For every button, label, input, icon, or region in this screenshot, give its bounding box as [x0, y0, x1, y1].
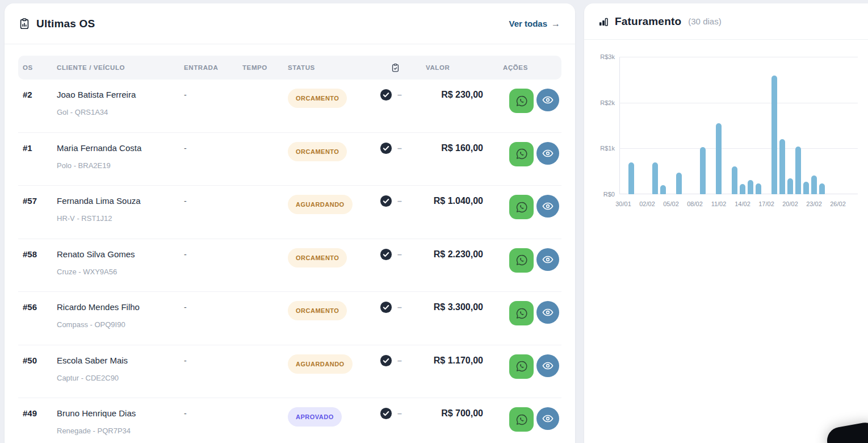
actions-cell [501, 301, 561, 325]
revenue-header: Faturamento (30 dias) [584, 3, 868, 40]
client-name: Escola Saber Mais [57, 354, 184, 367]
chart-bar[interactable] [732, 166, 737, 194]
view-button[interactable] [536, 354, 559, 377]
clipboard-check-icon [391, 62, 400, 73]
status-badge: ORCAMENTO [288, 89, 347, 108]
chart-bar[interactable] [771, 76, 777, 194]
col-acoes: AÇÕES [501, 64, 561, 71]
status-badge: ORCAMENTO [288, 248, 347, 268]
whatsapp-button[interactable] [509, 301, 534, 325]
client-name: Ricardo Mendes Filho [57, 301, 184, 314]
order-number: #57 [18, 195, 57, 207]
x-axis-tick: 17/02 [753, 200, 780, 208]
entrada-value: - [184, 89, 242, 101]
chart-bar[interactable] [756, 183, 761, 194]
order-number: #50 [18, 354, 57, 367]
view-all-link[interactable]: Ver todas → [509, 19, 560, 29]
chart-gridline [619, 148, 858, 149]
order-number: #2 [18, 89, 57, 101]
chart-bar[interactable] [748, 180, 753, 194]
chart-bar[interactable] [628, 162, 634, 194]
col-valor: VALOR [416, 64, 501, 71]
checklist-cell: – [375, 248, 416, 261]
x-axis-tick: 08/02 [681, 200, 708, 208]
vehicle-plate: HR-V - RST1J12 [57, 212, 184, 225]
col-status: STATUS [288, 64, 375, 71]
order-row: #50 Escola Saber Mais Captur - CDE2C90 -… [18, 345, 561, 399]
chart-bar[interactable] [652, 162, 658, 194]
chart-gridline [619, 57, 858, 57]
whatsapp-button[interactable] [509, 142, 534, 166]
y-axis-tick: R$1k [593, 144, 615, 152]
view-button[interactable] [536, 195, 559, 218]
check-circle-icon [380, 354, 392, 367]
status-badge: AGUARDANDO [288, 354, 353, 374]
client-vehicle-cell: Ricardo Mendes Filho Compass - OPQ9I90 [57, 301, 184, 331]
x-axis-tick: 20/02 [777, 200, 804, 208]
chart-bar[interactable] [700, 147, 706, 194]
actions-cell [501, 354, 561, 379]
y-axis-tick: R$2k [593, 99, 615, 107]
x-axis-tick: 02/02 [634, 200, 661, 208]
entrada-value: - [184, 354, 242, 367]
chart-bar[interactable] [803, 182, 809, 194]
client-vehicle-cell: Escola Saber Mais Captur - CDE2C90 [57, 354, 184, 385]
chart-bar[interactable] [716, 123, 722, 194]
order-row: #2 Joao Batista Ferreira Gol - QRS1A34 -… [18, 80, 561, 133]
order-value: R$ 1.040,00 [416, 195, 501, 207]
check-dash: – [397, 301, 402, 314]
status-badge: ORCAMENTO [288, 301, 347, 320]
chart-bar[interactable] [811, 175, 817, 194]
check-circle-icon [380, 301, 392, 314]
y-axis-tick: R$0 [593, 190, 615, 198]
whatsapp-button[interactable] [509, 89, 534, 113]
orders-title: Ultimas OS [36, 18, 95, 30]
view-button[interactable] [536, 301, 559, 324]
actions-cell [501, 195, 561, 219]
entrada-value: - [184, 301, 242, 314]
view-button[interactable] [536, 142, 559, 165]
client-vehicle-cell: Fernanda Lima Souza HR-V - RST1J12 [57, 195, 184, 225]
chart-bar[interactable] [740, 184, 745, 194]
status-cell: APROVADO [288, 407, 375, 427]
revenue-subtitle: (30 dias) [688, 16, 721, 26]
x-axis-tick: 05/02 [657, 200, 685, 208]
orders-table-header: OS CLIENTE / VEÍCULO ENTRADA TEMPO STATU… [18, 56, 561, 80]
col-entrada: ENTRADA [184, 64, 242, 71]
x-axis-tick: 14/02 [729, 200, 756, 208]
whatsapp-button[interactable] [509, 407, 534, 432]
check-dash: – [397, 407, 402, 420]
entrada-value: - [184, 142, 242, 154]
order-row: #57 Fernanda Lima Souza HR-V - RST1J12 -… [18, 186, 561, 239]
checklist-cell: – [375, 89, 416, 101]
view-button[interactable] [536, 407, 559, 430]
view-button[interactable] [536, 89, 559, 111]
whatsapp-button[interactable] [509, 248, 534, 273]
order-row: #1 Maria Fernanda Costa Polo - BRA2E19 -… [18, 133, 561, 186]
vehicle-plate: Compass - OPQ9I90 [57, 319, 184, 331]
checklist-cell: – [375, 195, 416, 207]
check-circle-icon [380, 248, 392, 261]
x-axis-tick: 11/02 [705, 200, 732, 208]
status-cell: ORCAMENTO [288, 142, 375, 161]
order-row: #49 Bruno Henrique Dias Renegade - PQR7P… [18, 398, 561, 443]
chart-bar[interactable] [779, 139, 785, 194]
view-button[interactable] [536, 248, 559, 271]
actions-cell [501, 248, 561, 273]
chart-bar[interactable] [676, 173, 682, 194]
chart-bar[interactable] [660, 185, 666, 194]
chart-bar[interactable] [795, 147, 801, 194]
whatsapp-button[interactable] [509, 354, 534, 379]
x-axis-tick: 23/02 [800, 200, 828, 208]
order-value: R$ 230,00 [416, 89, 501, 101]
checklist-cell: – [375, 407, 416, 420]
client-vehicle-cell: Bruno Henrique Dias Renegade - PQR7P34 [57, 407, 184, 437]
whatsapp-button[interactable] [509, 195, 534, 219]
orders-rows: #2 Joao Batista Ferreira Gol - QRS1A34 -… [18, 80, 561, 443]
col-os: OS [18, 64, 57, 71]
chart-bar[interactable] [787, 178, 793, 194]
check-circle-icon [380, 195, 392, 207]
status-cell: AGUARDANDO [288, 195, 375, 214]
chart-bar[interactable] [819, 183, 825, 194]
check-circle-icon [380, 142, 392, 154]
